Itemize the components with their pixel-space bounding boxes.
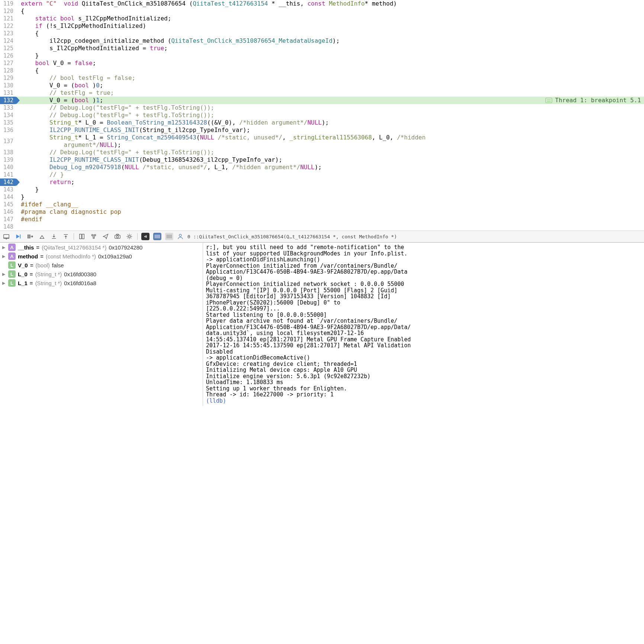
view-hierarchy-icon[interactable] (78, 232, 86, 241)
variable-kind-badge: L (8, 270, 16, 278)
line-number[interactable]: 138 (0, 149, 16, 156)
step-out-down-icon[interactable] (50, 232, 58, 241)
code-line[interactable]: 132 V_0 = (bool )1;Thread 1: breakpoint … (0, 97, 644, 104)
code-content: String_t* L_0 = Boolean_ToString_m125316… (16, 119, 644, 126)
step-over-icon[interactable] (26, 232, 34, 241)
line-number[interactable]: 131 (0, 89, 16, 97)
variable-type: (String_t *) (35, 271, 62, 277)
code-line[interactable]: 122 if (!s_Il2CppMethodInitialized) (0, 22, 644, 30)
person-icon[interactable] (177, 233, 184, 240)
code-line[interactable]: 135 String_t* L_0 = Boolean_ToString_m12… (0, 119, 644, 126)
code-line[interactable]: 124 il2cpp_codegen_initialize_method (Qi… (0, 37, 644, 45)
continue-icon[interactable] (14, 232, 22, 241)
line-number[interactable]: 120 (0, 7, 16, 15)
code-line[interactable]: 119extern "C" void QiitaTest_OnClick_m35… (0, 0, 644, 7)
breakpoint-gutter[interactable]: 132 (0, 97, 16, 104)
line-number[interactable]: 144 (0, 193, 16, 201)
camera-icon[interactable] (113, 232, 122, 241)
line-number[interactable]: 121 (0, 15, 16, 22)
code-editor[interactable]: 119extern "C" void QiitaTest_OnClick_m35… (0, 0, 644, 231)
code-content: // bool testFlg = false; (16, 74, 644, 82)
code-line[interactable]: 139 IL2CPP_RUNTIME_CLASS_INIT(Debug_t136… (0, 156, 644, 164)
code-line[interactable]: 126 } (0, 52, 644, 59)
line-number[interactable]: 148 (0, 223, 16, 231)
unity-process-icon[interactable]: ⊲ (141, 233, 149, 240)
line-number[interactable]: 134 (0, 112, 16, 119)
code-line[interactable]: 142 return; (0, 178, 644, 186)
line-number[interactable]: 146 (0, 208, 16, 216)
line-number[interactable]: 137 (0, 138, 16, 145)
line-number[interactable]: 123 (0, 30, 16, 37)
thread-pill-grey[interactable] (165, 233, 173, 240)
settings-icon[interactable] (125, 232, 133, 241)
location-icon[interactable] (102, 232, 110, 241)
code-line[interactable]: 123 { (0, 30, 644, 37)
code-line[interactable]: 129 // bool testFlg = false; (0, 74, 644, 82)
svg-point-10 (116, 236, 118, 238)
code-line[interactable]: 144} (0, 193, 644, 201)
line-number[interactable]: 128 (0, 67, 16, 74)
line-number[interactable]: 119 (0, 0, 16, 7)
code-line[interactable]: 125 s_Il2CppMethodInitialized = true; (0, 45, 644, 52)
variable-row[interactable]: ▶LL_0 = (String_t *) 0x16fd00380 (0, 270, 203, 278)
line-number[interactable]: 130 (0, 82, 16, 89)
disclosure-triangle-icon[interactable]: ▶ (2, 245, 6, 250)
toggle-console-icon[interactable] (2, 232, 10, 241)
breakpoint-banner-text: Thread 1: breakpoint 5.1 (555, 97, 641, 104)
code-line[interactable]: 128 { (0, 67, 644, 74)
code-line[interactable]: 146#pragma clang diagnostic pop (0, 208, 644, 216)
disclosure-triangle-icon[interactable]: ▶ (2, 254, 6, 259)
code-line[interactable]: 145#ifdef __clang__ (0, 201, 644, 208)
code-line[interactable]: 131 // testFlg = true; (0, 89, 644, 97)
variable-name: method (18, 253, 38, 260)
code-line[interactable]: 127 bool V_0 = false; (0, 59, 644, 67)
line-number[interactable]: 140 (0, 164, 16, 171)
step-out-up-icon[interactable] (62, 232, 70, 241)
line-number[interactable]: 122 (0, 22, 16, 30)
variable-row[interactable]: LV_0 = (bool) false (0, 261, 203, 270)
variable-name: L_1 (18, 280, 28, 286)
line-number[interactable]: 136 (0, 126, 16, 134)
line-number[interactable]: 145 (0, 201, 16, 208)
code-line[interactable]: 143 } (0, 186, 644, 193)
line-number[interactable]: 125 (0, 45, 16, 52)
code-line[interactable]: 121 static bool s_Il2CppMethodInitialize… (0, 15, 644, 22)
variable-row[interactable]: ▶A__this = (QiitaTest_t4127663154 *) 0x1… (0, 243, 203, 252)
step-into-icon[interactable] (38, 232, 46, 241)
code-content: V_0 = (bool )0; (16, 82, 644, 89)
line-number[interactable]: 129 (0, 74, 16, 82)
thread-pill-blue[interactable] (153, 233, 161, 240)
variable-row[interactable]: ▶Amethod = (const MethodInfo *) 0x109a12… (0, 252, 203, 261)
stack-frame-label[interactable]: 0 ::QiitaTest_OnClick_m3510876654(Q…t_t4… (187, 234, 397, 239)
code-line[interactable]: 130 V_0 = (bool )0; (0, 82, 644, 89)
line-number[interactable]: 127 (0, 59, 16, 67)
console-pane[interactable]: r:], but you still need to add "remote-n… (203, 243, 644, 406)
lldb-prompt[interactable]: (lldb) (206, 398, 641, 404)
line-number[interactable]: 147 (0, 216, 16, 223)
line-number[interactable]: 126 (0, 52, 16, 59)
code-line[interactable]: 133 // Debug.Log("testFlg=" + testFlg.To… (0, 104, 644, 112)
variables-pane[interactable]: ▶A__this = (QiitaTest_t4127663154 *) 0x1… (0, 243, 203, 406)
disclosure-triangle-icon[interactable]: ▶ (2, 272, 6, 277)
breakpoint-gutter[interactable]: 142 (0, 178, 16, 186)
code-line[interactable]: 136 IL2CPP_RUNTIME_CLASS_INIT(String_t_i… (0, 126, 644, 134)
line-number[interactable]: 135 (0, 119, 16, 126)
code-line[interactable]: 148 (0, 223, 644, 231)
line-number[interactable]: 133 (0, 104, 16, 112)
line-number[interactable]: 143 (0, 186, 16, 193)
code-line[interactable]: 147#endif (0, 216, 644, 223)
disclosure-triangle-icon[interactable]: ▶ (2, 281, 6, 286)
line-number[interactable]: 124 (0, 37, 16, 45)
code-line[interactable]: 137 String_t* L_1 = String_Concat_m25964… (0, 134, 644, 149)
variable-row[interactable]: ▶LL_1 = (String_t *) 0x16fd016a8 (0, 278, 203, 287)
variable-value: 0x16fd00380 (64, 271, 96, 277)
code-line[interactable]: 141 // } (0, 171, 644, 178)
code-line[interactable]: 140 Debug_Log_m920475918(NULL /*static, … (0, 164, 644, 171)
variable-type: (String_t *) (35, 280, 62, 286)
code-line[interactable]: 138 // Debug.Log("testFlg=" + testFlg.To… (0, 149, 644, 156)
line-number[interactable]: 139 (0, 156, 16, 164)
memory-graph-icon[interactable] (90, 232, 98, 241)
code-line[interactable]: 134 // Debug.Log("testFlg=" + testFlg.To… (0, 112, 644, 119)
code-line[interactable]: 120{ (0, 7, 644, 15)
line-number[interactable]: 141 (0, 171, 16, 178)
